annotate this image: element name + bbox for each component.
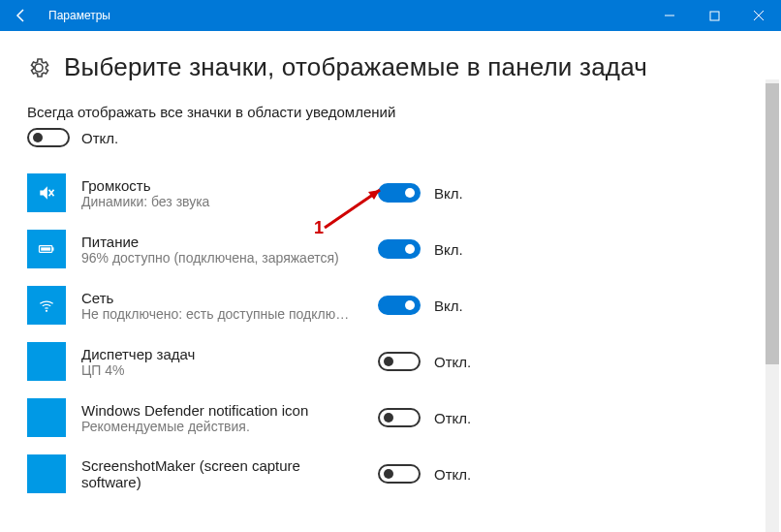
battery-icon bbox=[27, 230, 66, 268]
page-heading-row: Выберите значки, отображаемые в панели з… bbox=[27, 52, 754, 82]
items-list: ГромкостьДинамики: без звукаВкл.Питание9… bbox=[27, 165, 754, 502]
arrow-left-icon bbox=[14, 8, 29, 23]
master-toggle[interactable] bbox=[27, 128, 70, 147]
minimize-button[interactable] bbox=[647, 0, 692, 31]
item-subtitle: Не подключено: есть доступные подклю… bbox=[81, 306, 362, 322]
item-toggle-label: Вкл. bbox=[434, 241, 463, 258]
svg-point-9 bbox=[46, 310, 47, 312]
item-toggle-col: Откл. bbox=[378, 352, 471, 371]
blank-icon bbox=[27, 342, 66, 381]
item-subtitle: Динамики: без звука bbox=[81, 194, 362, 209]
list-item: Диспетчер задачЦП 4%Откл. bbox=[27, 333, 754, 390]
item-title: Windows Defender notification icon bbox=[81, 402, 362, 419]
item-toggle[interactable] bbox=[378, 464, 421, 484]
minimize-icon bbox=[664, 10, 675, 21]
item-toggle-col: Вкл. bbox=[378, 239, 463, 259]
item-toggle-col: Откл. bbox=[378, 408, 471, 427]
item-title: ScreenshotMaker (screen capture software… bbox=[81, 457, 362, 490]
item-text: СетьНе подключено: есть доступные подклю… bbox=[81, 290, 362, 322]
list-item: ГромкостьДинамики: без звукаВкл. bbox=[27, 165, 754, 221]
volume-icon bbox=[27, 173, 66, 212]
content-area: Выберите значки, отображаемые в панели з… bbox=[0, 31, 781, 532]
svg-rect-8 bbox=[41, 247, 50, 250]
gear-icon bbox=[27, 56, 50, 79]
item-toggle-col: Вкл. bbox=[378, 183, 463, 203]
close-icon bbox=[753, 10, 765, 21]
item-toggle-label: Вкл. bbox=[434, 185, 463, 202]
item-text: ГромкостьДинамики: без звука bbox=[81, 177, 362, 209]
item-title: Сеть bbox=[81, 290, 362, 306]
item-subtitle: 96% доступно (подключена, заряжается) bbox=[81, 250, 362, 266]
item-title: Питание bbox=[81, 234, 362, 250]
item-toggle-label: Откл. bbox=[434, 354, 471, 370]
blank-icon bbox=[27, 398, 66, 437]
maximize-icon bbox=[709, 11, 720, 21]
item-toggle-label: Откл. bbox=[434, 410, 471, 426]
item-text: ScreenshotMaker (screen capture software… bbox=[81, 457, 362, 490]
titlebar: Параметры bbox=[0, 0, 781, 31]
list-item: СетьНе подключено: есть доступные подклю… bbox=[27, 277, 754, 333]
back-button[interactable] bbox=[0, 0, 43, 31]
item-toggle[interactable] bbox=[378, 352, 421, 371]
item-toggle[interactable] bbox=[378, 239, 421, 259]
item-title: Громкость bbox=[81, 177, 362, 194]
item-subtitle: ЦП 4% bbox=[81, 362, 362, 378]
item-toggle[interactable] bbox=[378, 408, 421, 427]
master-toggle-row: Откл. bbox=[27, 128, 754, 147]
item-toggle-label: Откл. bbox=[434, 466, 471, 483]
item-text: Диспетчер задачЦП 4% bbox=[81, 346, 362, 378]
svg-rect-7 bbox=[52, 247, 54, 250]
maximize-button[interactable] bbox=[692, 0, 736, 31]
item-title: Диспетчер задач bbox=[81, 346, 362, 362]
master-toggle-label: Откл. bbox=[81, 130, 118, 146]
item-text: Питание96% доступно (подключена, заряжае… bbox=[81, 234, 362, 266]
item-toggle[interactable] bbox=[378, 183, 421, 203]
item-toggle-col: Вкл. bbox=[378, 296, 463, 315]
item-subtitle: Рекомендуемые действия. bbox=[81, 419, 362, 434]
item-toggle[interactable] bbox=[378, 296, 421, 315]
wifi-icon bbox=[27, 286, 66, 325]
list-item: Windows Defender notification iconРекоме… bbox=[27, 390, 754, 446]
svg-rect-1 bbox=[710, 12, 719, 20]
window-title: Параметры bbox=[43, 9, 110, 22]
page-title: Выберите значки, отображаемые в панели з… bbox=[64, 52, 647, 82]
blank-icon bbox=[27, 454, 66, 493]
item-text: Windows Defender notification iconРекоме… bbox=[81, 402, 362, 434]
list-item: Питание96% доступно (подключена, заряжае… bbox=[27, 221, 754, 277]
close-button[interactable] bbox=[736, 0, 781, 31]
list-item: ScreenshotMaker (screen capture software… bbox=[27, 446, 754, 502]
scrollbar-thumb[interactable] bbox=[765, 83, 779, 364]
item-toggle-col: Откл. bbox=[378, 464, 471, 484]
item-toggle-label: Вкл. bbox=[434, 297, 463, 314]
always-show-label: Всегда отображать все значки в области у… bbox=[27, 104, 754, 120]
